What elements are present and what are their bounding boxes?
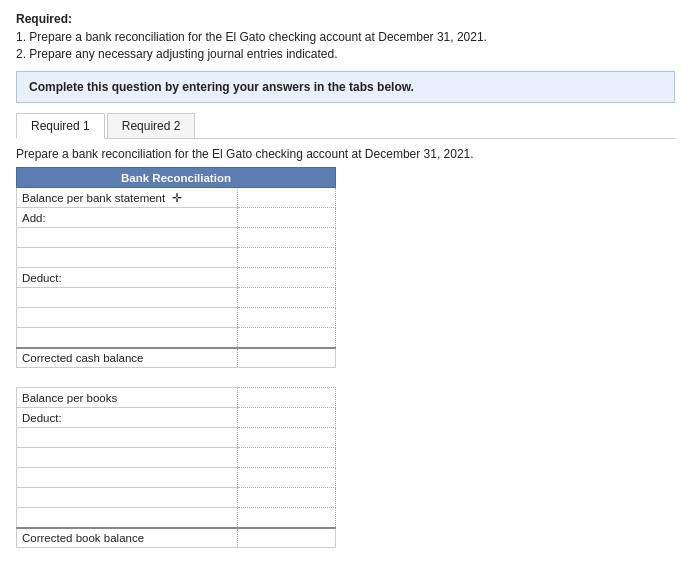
books-deduct-row-1-input[interactable]	[243, 430, 330, 445]
table-row: Balance per books	[17, 388, 336, 408]
books-deduct-row-4-label	[17, 488, 238, 508]
table-row	[17, 288, 336, 308]
add-row-1-label	[17, 228, 238, 248]
table-row: Add:	[17, 208, 336, 228]
deduct-row-2-label	[17, 308, 238, 328]
corrected-cash-label: Corrected cash balance	[17, 348, 238, 368]
bank-statement-input-cell[interactable]	[238, 188, 336, 208]
bank-statement-input[interactable]	[243, 190, 330, 205]
table-row	[17, 308, 336, 328]
deduct-row-1-input[interactable]	[243, 290, 330, 305]
books-deduct-row-3-input[interactable]	[243, 470, 330, 485]
books-deduct-row-3-label	[17, 468, 238, 488]
corrected-cash-row: Corrected cash balance	[17, 348, 336, 368]
books-deduct-row-1-input-cell[interactable]	[238, 428, 336, 448]
tab-content: Prepare a bank reconciliation for the El…	[16, 139, 675, 548]
page-container: Required: 1. Prepare a bank reconciliati…	[0, 0, 691, 565]
books-deduct-row-4-input[interactable]	[243, 490, 330, 505]
table-header-row: Bank Reconciliation	[17, 168, 336, 188]
books-deduct-row-1-label	[17, 428, 238, 448]
spacer-row	[17, 368, 336, 388]
add-row-2-input[interactable]	[243, 250, 330, 265]
books-deduct-label: Deduct:	[17, 408, 238, 428]
books-deduct-row-4-input-cell[interactable]	[238, 488, 336, 508]
instruction-box: Complete this question by entering your …	[16, 71, 675, 103]
corrected-cash-input[interactable]	[243, 351, 330, 366]
books-deduct-row-5-input[interactable]	[243, 510, 330, 525]
deduct-row-2-input[interactable]	[243, 310, 330, 325]
books-deduct-row-5-label	[17, 508, 238, 528]
books-label: Balance per books	[17, 388, 238, 408]
books-deduct-row-5-input-cell[interactable]	[238, 508, 336, 528]
deduct-row-3-input[interactable]	[243, 330, 330, 345]
deduct-row-2-input-cell[interactable]	[238, 308, 336, 328]
table-row	[17, 448, 336, 468]
required-header: Required:	[16, 12, 675, 26]
corrected-cash-input-cell[interactable]	[238, 348, 336, 368]
table-header: Bank Reconciliation	[17, 168, 336, 188]
deduct-label: Deduct:	[17, 268, 238, 288]
deduct-row-1-label	[17, 288, 238, 308]
books-deduct-row-2-input-cell[interactable]	[238, 448, 336, 468]
add-blank	[238, 208, 336, 228]
books-deduct-row-3-input-cell[interactable]	[238, 468, 336, 488]
corrected-book-label: Corrected book balance	[17, 528, 238, 548]
books-deduct-row-2-label	[17, 448, 238, 468]
spacer-label	[17, 368, 238, 388]
table-row: Deduct:	[17, 408, 336, 428]
table-row	[17, 328, 336, 348]
deduct-blank	[238, 268, 336, 288]
add-row-2-input-cell[interactable]	[238, 248, 336, 268]
table-row: Deduct:	[17, 268, 336, 288]
tab-required-2[interactable]: Required 2	[107, 113, 196, 138]
add-row-1-input-cell[interactable]	[238, 228, 336, 248]
deduct-row-1-input-cell[interactable]	[238, 288, 336, 308]
tab-instruction: Prepare a bank reconciliation for the El…	[16, 147, 675, 161]
add-row-2-label	[17, 248, 238, 268]
books-deduct-row-2-input[interactable]	[243, 450, 330, 465]
books-input[interactable]	[243, 390, 330, 405]
table-row	[17, 228, 336, 248]
bank-statement-label: Balance per bank statement ✛	[17, 188, 238, 208]
table-row	[17, 428, 336, 448]
tabs-container: Required 1 Required 2	[16, 113, 675, 139]
required-item-2: 2. Prepare any necessary adjusting journ…	[16, 47, 675, 61]
required-item-1: 1. Prepare a bank reconciliation for the…	[16, 30, 675, 44]
tab-required-1[interactable]: Required 1	[16, 113, 105, 139]
corrected-book-input[interactable]	[243, 531, 330, 546]
deduct-row-3-input-cell[interactable]	[238, 328, 336, 348]
add-row-1-input[interactable]	[243, 230, 330, 245]
books-deduct-blank	[238, 408, 336, 428]
corrected-book-input-cell[interactable]	[238, 528, 336, 548]
corrected-book-row: Corrected book balance	[17, 528, 336, 548]
books-input-cell[interactable]	[238, 388, 336, 408]
reconciliation-table: Bank Reconciliation Balance per bank sta…	[16, 167, 336, 548]
deduct-row-3-label	[17, 328, 238, 348]
table-row	[17, 508, 336, 528]
table-row	[17, 488, 336, 508]
table-row	[17, 468, 336, 488]
table-row	[17, 248, 336, 268]
add-label: Add:	[17, 208, 238, 228]
table-row: Balance per bank statement ✛	[17, 188, 336, 208]
